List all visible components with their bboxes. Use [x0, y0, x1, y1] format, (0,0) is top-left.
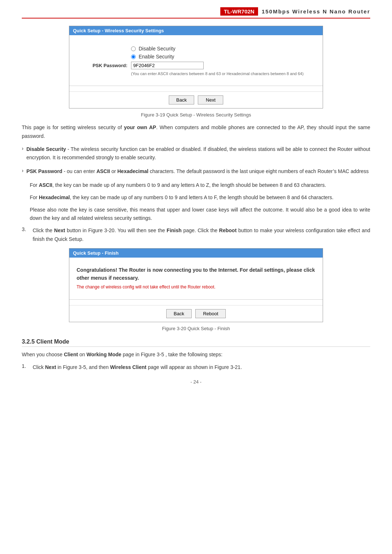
page-number: - 24 -	[22, 379, 370, 385]
disable-security-row: Disable Security	[77, 46, 315, 52]
enable-security-radio[interactable]	[131, 54, 136, 59]
hexadecimal-para: For Hexadecimal, the key can be made up …	[30, 193, 370, 202]
disable-security-radio[interactable]	[131, 46, 136, 51]
back-button-19[interactable]: Back	[169, 95, 195, 104]
figure-19-content: Disable Security Enable Security PSK Pas…	[69, 35, 323, 84]
section-325-intro: When you choose Client on Working Mode p…	[22, 350, 370, 359]
finish-sub-text: The change of wireless config will not t…	[77, 284, 315, 290]
figure-20-caption: Figure 3-20 Quick Setup - Finish	[22, 326, 370, 331]
case-sensitive-para: Please also note the key is case sensiti…	[30, 206, 370, 223]
section-325-heading: 3.2.5 Client Mode	[22, 338, 370, 347]
num-text-3: Click the Next button in Figure 3-20. Yo…	[33, 226, 370, 244]
num-label-325-1: 1.	[22, 363, 33, 369]
back-button-20[interactable]: Back	[166, 309, 192, 318]
bullet-disable-text: Disable Security - The wireless security…	[26, 145, 370, 163]
figure-20-buttons: Back Reboot	[69, 305, 323, 322]
psk-row: PSK Password:	[77, 62, 315, 69]
body-intro: This page is for setting wireless securi…	[22, 123, 370, 141]
ascii-para: For ASCII, the key can be made up of any…	[30, 181, 370, 190]
bullet-psk-password: › PSK Password - ou can enter ASCII or H…	[22, 167, 370, 176]
bullet-arrow-1: ›	[22, 145, 24, 151]
figure-20-box: Quick Setup - Finish Congratulations! Th…	[69, 248, 323, 322]
page-header: TL-WR702N 150Mbps Wireless N Nano Router	[22, 7, 370, 19]
reboot-button-20[interactable]: Reboot	[195, 309, 226, 318]
psk-label: PSK Password:	[77, 63, 131, 68]
num-text-325-1: Click Next in Figure 3-5, and then Wirel…	[33, 363, 242, 372]
bullet-disable-security: › Disable Security - The wireless securi…	[22, 145, 370, 163]
separator-19	[69, 86, 323, 86]
psk-input[interactable]	[131, 62, 204, 69]
figure-20-title: Quick Setup - Finish	[69, 249, 323, 258]
disable-security-label: Disable Security	[139, 46, 175, 52]
figure-19-buttons: Back Next	[69, 91, 323, 108]
bullet-psk-text: PSK Password - ou can enter ASCII or Hex…	[26, 167, 369, 176]
figure-19-caption: Figure 3-19 Quick Setup - Wireless Secur…	[22, 112, 370, 118]
finish-main-text: Congratulations! The Router is now conne…	[77, 266, 315, 282]
router-description: 150Mbps Wireless N Nano Router	[262, 8, 370, 15]
enable-security-row: Enable Security	[77, 54, 315, 59]
figure-19-box: Quick Setup - Wireless Security Settings…	[69, 26, 323, 108]
figure-19-title: Quick Setup - Wireless Security Settings	[69, 26, 323, 35]
figure-20-content: Congratulations! The Router is now conne…	[69, 258, 323, 298]
model-label: TL-WR702N	[220, 7, 258, 16]
numbered-item-3: 3. Click the Next button in Figure 3-20.…	[22, 226, 370, 244]
separator-20	[69, 299, 323, 300]
next-button-19[interactable]: Next	[198, 95, 223, 104]
bullet-arrow-2: ›	[22, 168, 24, 173]
psk-hint: (You can enter ASCII characters between …	[77, 71, 315, 76]
numbered-item-325-1: 1. Click Next in Figure 3-5, and then Wi…	[22, 363, 370, 372]
enable-security-label: Enable Security	[139, 54, 174, 59]
num-label-3: 3.	[22, 226, 33, 232]
